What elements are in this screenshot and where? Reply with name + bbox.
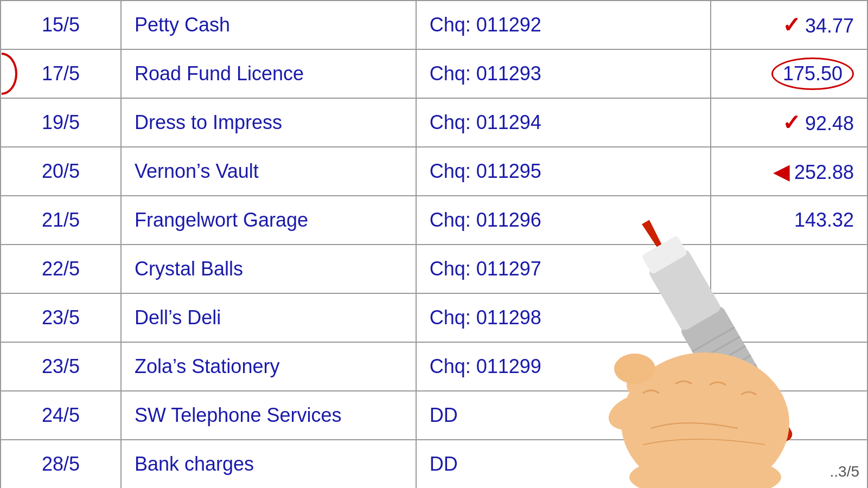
date-cell: 19/5 [1, 98, 121, 147]
amount-cell [711, 342, 867, 391]
name-cell: SW Telephone Services [121, 391, 416, 440]
name-cell: Vernon’s Vault [121, 147, 416, 196]
table-row: 22/5Crystal BallsChq: 011297 [1, 245, 867, 293]
checkmark-icon: ✓ [782, 12, 801, 37]
date-cell: 22/5 [1, 245, 121, 293]
amount-cell [711, 293, 867, 342]
name-cell: Zola’s Stationery [121, 342, 416, 391]
chq-cell: Chq: 011297 [416, 245, 711, 293]
table-row: 24/5SW Telephone ServicesDD [1, 391, 867, 440]
chq-cell: Chq: 011294 [416, 98, 711, 147]
table-container: 15/5Petty CashChq: 011292✓34.7717/5Road … [0, 0, 868, 488]
ledger-table: 15/5Petty CashChq: 011292✓34.7717/5Road … [0, 0, 868, 488]
date-cell: 20/5 [1, 147, 121, 196]
amount-cell [711, 245, 867, 293]
date-cell: 21/5 [1, 196, 121, 245]
table-row: 23/5Dell’s DeliChq: 011298 [1, 293, 867, 342]
date-cell: 15/5 [1, 1, 121, 49]
date-cell: 28/5 [1, 440, 121, 488]
checkmark-icon: ✓ [782, 110, 801, 135]
chq-cell: Chq: 011298 [416, 293, 711, 342]
chq-cell: Chq: 011296 [416, 196, 711, 245]
amount-cell: ◀252.88 [711, 147, 867, 196]
chq-cell: Chq: 011295 [416, 147, 711, 196]
name-cell: Petty Cash [121, 1, 416, 49]
amount-cell: ✓92.48 [711, 98, 867, 147]
date-cell: 24/5 [1, 391, 121, 440]
table-row: 15/5Petty CashChq: 011292✓34.77 [1, 1, 867, 49]
page-indicator: ..3/5 [830, 463, 859, 480]
amount-cell: 143.32 [711, 196, 867, 245]
table-row: 23/5Zola’s StationeryChq: 011299 [1, 342, 867, 391]
table-row: 20/5Vernon’s VaultChq: 011295◀252.88 [1, 147, 867, 196]
chq-cell: DD [416, 391, 711, 440]
name-cell: Crystal Balls [121, 245, 416, 293]
table-row: 19/5Dress to ImpressChq: 011294✓92.48 [1, 98, 867, 147]
table-row: 17/5Road Fund LicenceChq: 011293175.50 [1, 49, 867, 98]
circled-amount: 175.50 [771, 57, 854, 90]
name-cell: Dress to Impress [121, 98, 416, 147]
name-cell: Bank charges [121, 440, 416, 488]
amount-cell [711, 391, 867, 440]
partial-checkmark-icon: ◀ [773, 159, 790, 183]
date-cell: 17/5 [1, 49, 121, 98]
chq-cell: DD [416, 440, 711, 488]
amount-cell: ✓34.77 [711, 1, 867, 49]
name-cell: Frangelwort Garage [121, 196, 416, 245]
date-cell: 23/5 [1, 342, 121, 391]
name-cell: Dell’s Deli [121, 293, 416, 342]
date-cell: 23/5 [1, 293, 121, 342]
table-row: 21/5Frangelwort GarageChq: 011296143.32 [1, 196, 867, 245]
amount-cell: 175.50 [711, 49, 867, 98]
chq-cell: Chq: 011292 [416, 1, 711, 49]
name-cell: Road Fund Licence [121, 49, 416, 98]
table-row: 28/5Bank chargesDD [1, 440, 867, 488]
chq-cell: Chq: 011299 [416, 342, 711, 391]
chq-cell: Chq: 011293 [416, 49, 711, 98]
